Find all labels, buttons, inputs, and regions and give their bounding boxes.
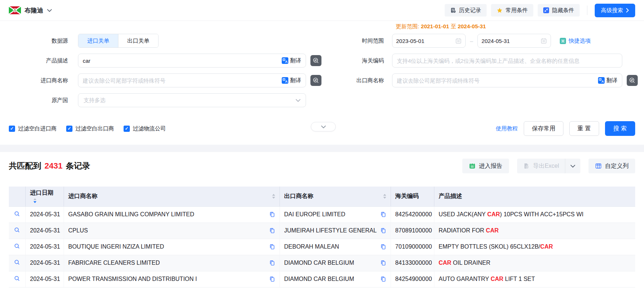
translate-icon: A [282,77,288,84]
exporter-input[interactable] [397,77,595,84]
table-row: 2024-05-31 CPLUS JUMEIRAH LIFESTYLE GENE… [9,223,635,239]
tutorial-link[interactable]: 使用教程 [496,125,518,132]
chevron-down-icon [296,99,300,102]
copy-icon[interactable] [380,212,386,217]
filter-label: 过滤物流公司 [133,125,166,132]
desc-highlight: CAR [491,276,504,282]
calendar-icon [541,38,547,44]
similar-search-button[interactable] [627,75,638,86]
translate-icon: A [598,77,605,84]
data-source-label: 数据源 [0,37,73,44]
importer-name: BOUTIQUE INGERI NZIZA LIMITED [68,243,164,250]
tab-export-declarations[interactable]: 出口关单 [118,34,158,47]
exporter-inputbox: A 翻译 [392,73,622,87]
exporter-name: DAI EUROPE LIMITED [284,211,345,218]
end-date-input[interactable] [477,34,551,48]
magnifier-icon[interactable] [14,275,20,282]
desc-text: AUTO GARANTRY [439,276,491,282]
exporter-name: JUMEIRAH LIFESTYLE GENERAL [284,227,377,234]
sort-icon[interactable] [272,194,275,199]
hs-code-cell: 87089100000 [391,223,434,239]
favorites-label: 常用条件 [506,7,528,14]
time-range-label: 时间范围 [322,37,392,44]
collapse-form-button[interactable] [311,122,336,131]
history-label: 历史记录 [459,7,481,14]
desc-text: EMPTY BOTTLES (SKOL) 65CLX12B/ [439,243,540,250]
exporter-cell: DEBORAH MALEAN [280,239,391,255]
copy-icon[interactable] [269,244,275,250]
start-date-value[interactable] [396,38,453,44]
time-range-group: 时间范围 – ⌘ 快捷 [322,34,591,48]
importer-cell: BOUTIQUE INGERI NZIZA LIMITED [64,239,280,255]
exporter-cell: DIAMOND CAR BELGIUM [280,255,391,271]
update-range-row: 更新范围: 2021-01-01 至 2024-05-31 [0,23,644,31]
magnifier-icon[interactable] [14,227,20,233]
translate-button[interactable]: A 翻译 [598,77,618,84]
product-desc-input[interactable] [83,58,279,64]
translate-label: 翻译 [290,77,301,84]
chevron-right-icon [626,8,629,12]
sort-icon[interactable] [33,198,36,203]
copy-icon[interactable] [269,212,275,217]
similar-search-button[interactable] [310,55,321,66]
end-date-value[interactable] [481,38,538,44]
favorites-button[interactable]: 常用条件 [491,4,533,17]
advanced-search-button[interactable]: 高级搜索 [595,4,635,17]
top-bar: 布隆迪 历史记录 常用条件 隐藏条件 [0,0,644,21]
export-options-caret[interactable] [565,159,580,173]
importer-label: 进口商名称 [0,77,73,84]
copy-icon[interactable] [269,228,275,234]
export-excel-button[interactable]: 导出Excel [517,162,565,170]
copy-icon[interactable] [269,276,275,282]
checkbox-checked-icon: ✓ [124,126,130,132]
hide-conditions-button[interactable]: 隐藏条件 [538,4,580,17]
history-button[interactable]: 历史记录 [445,4,487,17]
quick-options-label: 快捷选项 [569,37,591,44]
magnifier-icon[interactable] [14,211,20,217]
tab-import-declarations[interactable]: 进口关单 [78,34,118,47]
copy-icon[interactable] [380,228,386,234]
hs-code-group: 海关编码 [322,54,622,68]
copy-icon[interactable] [380,260,386,266]
table-row: 2024-05-31 BOUTIQUE INGERI NZIZA LIMITED… [9,239,635,255]
reset-button[interactable]: 重 置 [569,121,599,136]
quick-options-link[interactable]: ⌘ 快捷选项 [560,37,591,44]
start-date-input[interactable] [392,34,466,48]
checkbox-filter-blank-importer[interactable]: ✓ 过滤空白进口商 [9,125,57,132]
translate-button[interactable]: A 翻译 [282,77,301,84]
magnifier-icon[interactable] [14,243,20,249]
search-button[interactable]: 搜 索 [605,121,635,136]
import-date-cell: 2024-05-31 [25,206,64,223]
advanced-search-label: 高级搜索 [601,7,623,14]
country-name: 布隆迪 [25,6,43,15]
magnifier-icon[interactable] [14,259,20,265]
copy-icon[interactable] [380,244,386,250]
exporter-name: DIAMOND CAR BELGIUM [284,276,354,282]
exporter-name: DIAMOND CAR BELGIUM [284,260,354,266]
checkbox-filter-logistics[interactable]: ✓ 过滤物流公司 [124,125,166,132]
product-desc-cell: EMPTY BOTTLES (SKOL) 65CLX12B/CAR [434,239,635,255]
similar-search-button[interactable] [310,75,321,86]
country-selector[interactable]: 布隆迪 [9,6,52,15]
hs-code-cell: 70109000000 [391,239,434,255]
import-date-cell: 2024-05-31 [25,271,64,287]
record-count: 2431 [45,161,63,171]
sort-icon[interactable] [383,194,386,199]
customize-columns-button[interactable]: 自定义列 [588,159,635,173]
enter-report-button[interactable]: 进入报告 [462,159,509,173]
importer-input[interactable] [83,77,279,84]
header-importer[interactable]: 进口商名称 [64,187,280,206]
checkbox-filter-blank-exporter[interactable]: ✓ 过滤空白出口商 [66,125,114,132]
copy-icon[interactable] [380,276,386,282]
origin-select[interactable]: 支持多选 [78,93,306,107]
copy-icon[interactable] [269,260,275,266]
importer-name: POWER TRANSMISSION AND DISTRIBUTION I [68,276,197,282]
header-import-date[interactable]: 进口日期 [25,187,64,206]
header-exporter[interactable]: 出口商名称 [280,187,391,206]
desc-text: OIL DRAINER [451,260,490,266]
translate-button[interactable]: A 翻译 [282,57,301,64]
hs-code-input[interactable] [397,58,618,64]
save-conditions-button[interactable]: 保存常用 [524,121,563,136]
customize-columns-label: 自定义列 [605,162,629,170]
translate-icon: A [282,57,288,64]
